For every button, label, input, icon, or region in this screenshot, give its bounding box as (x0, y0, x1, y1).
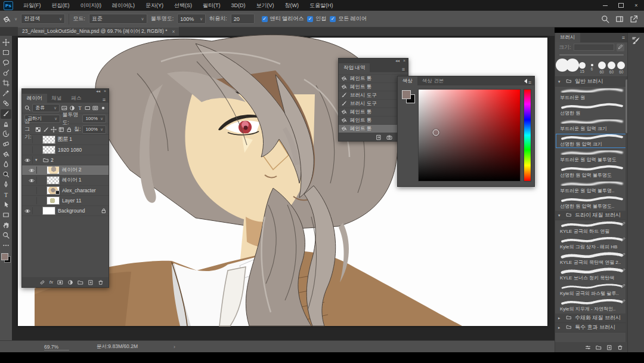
zoom-level-field[interactable]: 69.7% (44, 344, 69, 350)
menu-item[interactable]: 보기(V) (251, 0, 280, 11)
filter-type-icon[interactable]: T (77, 105, 83, 111)
color-swatches[interactable] (1, 253, 11, 263)
delete-layer-icon[interactable] (98, 279, 104, 285)
color-cursor[interactable] (432, 129, 439, 136)
new-adjustment-icon[interactable] (67, 279, 73, 285)
share-icon[interactable] (630, 15, 638, 23)
tab-channels[interactable]: 채널 (47, 94, 67, 103)
new-group-icon[interactable] (78, 279, 83, 285)
restore-button[interactable] (613, 0, 628, 11)
visibility-toggle[interactable] (24, 156, 33, 164)
new-layer-icon[interactable] (88, 279, 94, 285)
tab-history[interactable]: 작업 내역 (339, 63, 370, 72)
lock-pixels-icon[interactable] (43, 127, 49, 133)
layer-thumbnail[interactable] (42, 207, 55, 215)
menu-item[interactable]: 문자(Y) (140, 0, 169, 11)
menu-item[interactable]: 필터(T) (197, 0, 226, 11)
tool-history-brush[interactable] (1, 130, 11, 139)
add-mask-icon[interactable] (57, 279, 63, 285)
tool-quick-select[interactable] (1, 69, 11, 78)
tab-layers[interactable]: 레이어 (22, 94, 47, 103)
foreground-color-swatch[interactable] (402, 90, 411, 99)
opacity-input[interactable]: 100%∨ (177, 14, 206, 24)
layer-row[interactable]: 图层 1 (22, 135, 109, 145)
recent-brush[interactable]: 60 (597, 59, 606, 74)
create-brush-icon[interactable] (617, 44, 624, 51)
menu-item[interactable]: 창(W) (280, 0, 305, 11)
lock-position-icon[interactable] (51, 127, 57, 133)
brush-group-header[interactable]: ▾ 일반 브러시 (555, 77, 628, 87)
tool-shape[interactable] (1, 211, 11, 220)
new-brush-icon[interactable] (606, 344, 612, 350)
tool-marquee[interactable] (1, 48, 11, 58)
minimize-button[interactable] (597, 0, 613, 11)
brush-settings-panel-icon[interactable] (631, 36, 640, 47)
recent-brush[interactable]: 6 (587, 59, 596, 71)
recent-brush[interactable]: 15 (578, 59, 586, 73)
tool-dodge[interactable] (1, 170, 11, 180)
search-icon[interactable] (601, 15, 609, 23)
visibility-toggle[interactable] (28, 167, 37, 174)
brush-item[interactable]: KYLE 궁극의 목탄색 연필 2.. (555, 251, 628, 267)
lock-transparency-icon[interactable] (35, 127, 41, 133)
recent-brush[interactable] (568, 59, 577, 72)
close-button[interactable]: × (628, 0, 644, 11)
visibility-toggle[interactable] (24, 207, 33, 214)
layer-thumbnail[interactable] (47, 176, 60, 184)
new-document-from-state-icon[interactable] (376, 134, 382, 140)
tool-path-select[interactable] (1, 201, 11, 210)
filter-pixel-icon[interactable] (61, 105, 67, 111)
history-panel-dragbar[interactable]: ◂◂ × (339, 59, 408, 63)
brush-item[interactable]: 선명한 원 압력 불투명도 (555, 164, 628, 180)
layer-thumbnail[interactable] (47, 166, 60, 174)
brush-item[interactable]: Kyle의 그림 상자 - 해피 HB (555, 236, 628, 251)
brush-item[interactable]: Kyle의 궁극의 파스텔 팔루.. (555, 282, 628, 298)
tool-more[interactable] (1, 241, 11, 251)
tolerance-input[interactable]: 20 (231, 14, 255, 24)
tool-lasso[interactable] (1, 59, 11, 68)
option-checkbox[interactable]: ✓ 인접 (307, 15, 326, 23)
fill-input[interactable]: 100%∨ (82, 125, 106, 134)
close-icon[interactable]: × (403, 59, 405, 63)
layer-row[interactable]: 레이어 2 (22, 165, 109, 176)
visibility-toggle[interactable] (28, 187, 37, 194)
saturation-brightness-field[interactable] (418, 89, 521, 182)
tool-pen[interactable] (1, 180, 11, 190)
tab-brushes[interactable]: 브러시 (555, 33, 580, 42)
new-snapshot-icon[interactable] (386, 134, 392, 140)
filter-smart-icon[interactable] (92, 105, 98, 111)
brush-item[interactable]: KYLE 보너스 청키 목탄색 (555, 267, 628, 282)
brush-item[interactable]: 부드러운 원 (555, 87, 628, 102)
brush-item[interactable]: Kyle의 지우개 - 자연적인.. (555, 298, 628, 313)
paint-bucket-tool-icon[interactable] (2, 15, 11, 23)
panel-menu-icon[interactable]: ≡ (622, 35, 625, 41)
brush-item[interactable]: 선명한 원 (555, 102, 628, 118)
collapse-icon[interactable]: ◂◂ (395, 59, 400, 63)
brush-group-header[interactable]: ▸ 수채화 재질 브러시 (555, 313, 628, 323)
brush-item[interactable]: 부드러운 원 압력 불투명도 (555, 149, 628, 164)
layer-opacity-input[interactable]: 100%∨ (82, 115, 106, 123)
close-icon[interactable]: × (104, 89, 106, 94)
menu-item[interactable]: 선택(S) (169, 0, 197, 11)
group-caret-icon[interactable]: ▾ (35, 158, 40, 162)
option-checkbox[interactable]: ✓ 앤티 앨리어스 (262, 15, 304, 23)
filter-kind-select[interactable]: 종류∨ (32, 104, 60, 112)
brush-group-header[interactable]: ▸ 특수 효과 브러시 (555, 323, 628, 333)
lock-all-icon[interactable] (66, 127, 72, 133)
tool-healing-brush[interactable] (1, 99, 11, 109)
layer-thumbnail[interactable] (42, 136, 55, 144)
visibility-toggle[interactable] (28, 177, 37, 184)
tool-brush[interactable] (1, 109, 11, 119)
tool-paint-bucket[interactable] (1, 150, 11, 159)
option-checkbox[interactable]: ✓ 모든 레이어 (330, 15, 367, 23)
brush-size-value[interactable] (574, 44, 614, 51)
link-layers-icon[interactable] (39, 279, 45, 285)
panel-menu-icon[interactable]: ≡ (103, 97, 106, 103)
visibility-toggle[interactable] (24, 136, 33, 143)
layer-effects-icon[interactable]: fx (49, 279, 53, 285)
tool-preset-dropdown-icon[interactable]: ∨ (14, 17, 17, 21)
filter-adjustment-icon[interactable] (69, 105, 75, 111)
brush-item[interactable]: 선명한 원 압력 불투명도.. (555, 195, 628, 211)
tool-type[interactable]: T (1, 190, 11, 200)
visibility-toggle[interactable] (24, 146, 33, 153)
